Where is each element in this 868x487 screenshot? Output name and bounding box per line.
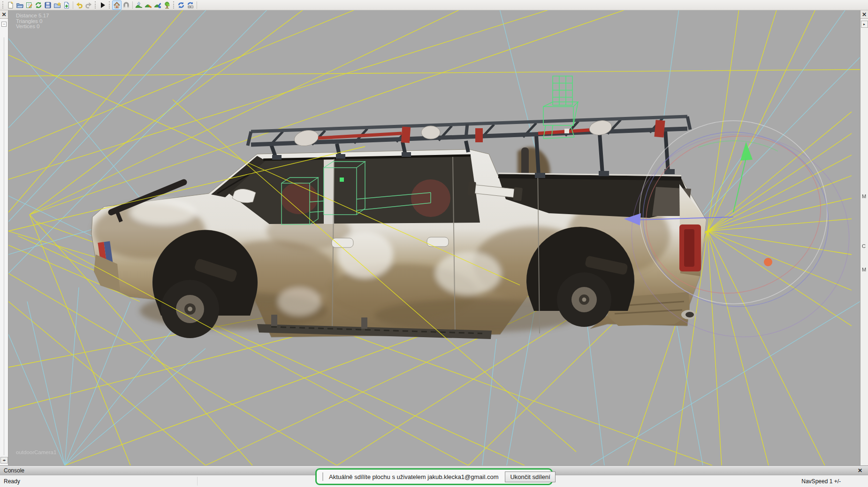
sync-icon[interactable] — [176, 0, 186, 10]
right-panel-close-icon[interactable]: ✕ — [860, 10, 868, 19]
scene-render — [8, 10, 860, 465]
tree-root-line — [4, 38, 4, 455]
home-icon[interactable] — [112, 0, 122, 10]
main-toolbar — [0, 0, 868, 10]
wireframe-node-marker — [340, 178, 344, 182]
right-panel-tab[interactable]: C — [862, 243, 866, 249]
right-panel-collapsed: ✕ ▸ M C M — [860, 10, 868, 465]
edit-document-icon[interactable] — [24, 0, 34, 10]
stat-vertices: Vertices 0 — [16, 24, 49, 30]
terrain-paint-icon[interactable] — [153, 0, 162, 10]
status-ready: Ready — [0, 478, 20, 485]
viewport-stats: Distance 5.17 Triangles 0 Vertices 0 — [16, 13, 49, 30]
screen-share-banner: Aktuálně sdílíte plochu s uživatelem jak… — [315, 468, 553, 485]
terrain-lower-icon[interactable] — [144, 0, 153, 10]
magnet-icon[interactable] — [122, 0, 131, 10]
console-close-icon[interactable]: ✕ — [856, 467, 864, 474]
status-separator — [197, 477, 198, 486]
right-panel-expand-icon[interactable]: ▸ — [861, 21, 868, 28]
add-page-icon[interactable] — [62, 0, 71, 10]
open-folder-icon[interactable] — [15, 0, 24, 10]
right-panel-tab[interactable]: M — [862, 267, 866, 272]
save-icon[interactable] — [43, 0, 53, 10]
right-panel-tab[interactable]: M — [862, 193, 866, 199]
stop-sharing-button[interactable]: Ukončit sdílení — [505, 472, 555, 482]
banner-drag-handle[interactable] — [322, 472, 323, 481]
viewport-3d[interactable]: Distance 5.17 Triangles 0 Vertices 0 out… — [8, 10, 860, 465]
save-as-icon[interactable] — [53, 0, 62, 10]
app-window: ✕ − ◂▸ — [0, 0, 868, 487]
tree-collapse-icon[interactable]: − — [1, 22, 7, 27]
status-navspeed: NavSpeed 1 +/- — [801, 478, 868, 485]
toolbar-separator — [73, 1, 73, 9]
tree-plant-icon[interactable] — [162, 0, 172, 10]
redo-icon[interactable] — [84, 0, 93, 10]
toolbar-grip[interactable] — [2, 1, 4, 8]
camera-label: outdoorCamera1 — [16, 449, 56, 455]
left-panel-close-icon[interactable]: ✕ — [0, 10, 8, 19]
toolbar-grip[interactable] — [173, 1, 175, 8]
terrain-raise-icon[interactable] — [134, 0, 144, 10]
toolbar-separator — [132, 1, 133, 9]
play-icon[interactable] — [98, 0, 107, 10]
horizontal-scroll-button[interactable]: ◂▸ — [0, 457, 8, 464]
stat-distance: Distance 5.17 — [16, 13, 49, 19]
new-file-icon[interactable] — [6, 0, 15, 10]
gizmo-handle-orange[interactable] — [764, 258, 772, 266]
left-panel-collapsed: ✕ − ◂▸ — [0, 10, 8, 465]
undo-icon[interactable] — [75, 0, 84, 10]
toolbar-separator — [197, 1, 197, 9]
sync-settings-icon[interactable] — [186, 0, 195, 10]
refresh-icon[interactable] — [34, 0, 43, 10]
console-title: Console — [4, 467, 24, 474]
share-message: Aktuálně sdílíte plochu s uživatelem jak… — [329, 473, 498, 480]
toolbar-grip[interactable] — [109, 1, 111, 8]
toolbar-grip[interactable] — [95, 1, 97, 8]
truck-model — [91, 116, 706, 339]
